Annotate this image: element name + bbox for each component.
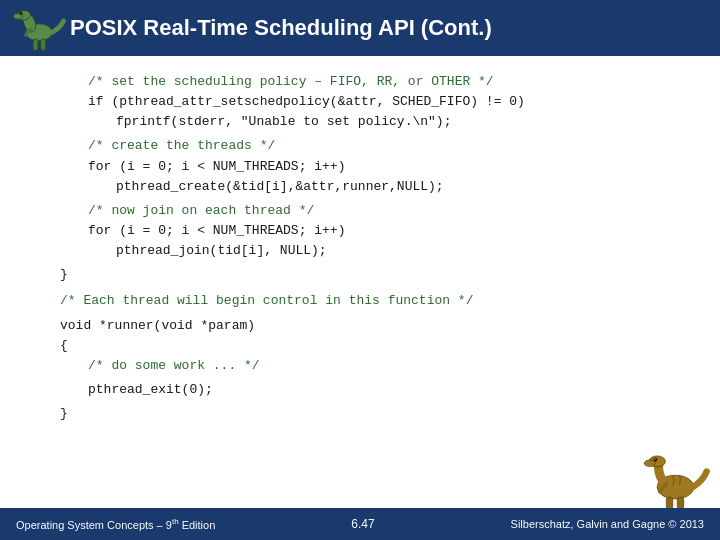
code-text-15: pthread_exit(0); xyxy=(88,382,213,397)
code-line-3: fprintf(stderr, "Unable to set policy.\n… xyxy=(60,112,680,132)
code-line-4: /* create the threads */ xyxy=(60,136,680,156)
code-line-1: /* set the scheduling policy – FIFO, RR,… xyxy=(60,72,680,92)
code-line-7: /* now join on each thread */ xyxy=(60,201,680,221)
code-text-16: } xyxy=(60,406,68,421)
svg-point-4 xyxy=(20,12,23,15)
code-line-2: if (pthread_attr_setschedpolicy(&attr, S… xyxy=(60,92,680,112)
code-text-9: pthread_join(tid[i], NULL); xyxy=(116,243,327,258)
slide-content: /* set the scheduling policy – FIFO, RR,… xyxy=(0,56,720,434)
code-text-8: for (i = 0; i < NUM_THREADS; i++) xyxy=(88,223,345,238)
comment-2: /* create the threads */ xyxy=(88,138,275,153)
code-block: /* set the scheduling policy – FIFO, RR,… xyxy=(60,72,680,424)
code-line-12: void *runner(void *param) xyxy=(60,316,680,336)
code-line-16: } xyxy=(60,404,680,424)
code-text-12: void *runner(void *param) xyxy=(60,318,255,333)
comment-4: /* Each thread will begin control in thi… xyxy=(60,293,473,308)
svg-rect-5 xyxy=(33,39,38,50)
code-text-5: for (i = 0; i < NUM_THREADS; i++) xyxy=(88,159,345,174)
comment-5: /* do some work ... */ xyxy=(88,358,260,373)
code-text-3: fprintf(stderr, "Unable to set policy.\n… xyxy=(116,114,451,129)
footer-left: Operating System Concepts – 9th Edition xyxy=(16,517,215,531)
code-line-14: /* do some work ... */ xyxy=(60,356,680,376)
code-text-6: pthread_create(&tid[i],&attr,runner,NULL… xyxy=(116,179,444,194)
slide-header: POSIX Real-Time Scheduling API (Cont.) xyxy=(0,0,720,56)
code-text-13: { xyxy=(60,338,68,353)
dinosaur-right-icon xyxy=(640,455,710,510)
code-line-9: pthread_join(tid[i], NULL); xyxy=(60,241,680,261)
svg-point-11 xyxy=(654,458,655,459)
footer-page-number: 6.47 xyxy=(351,517,374,531)
code-line-13: { xyxy=(60,336,680,356)
code-text-10: } xyxy=(60,267,68,282)
code-line-8: for (i = 0; i < NUM_THREADS; i++) xyxy=(60,221,680,241)
code-line-10: } xyxy=(60,265,680,285)
slide-title: POSIX Real-Time Scheduling API (Cont.) xyxy=(70,15,492,41)
slide: POSIX Real-Time Scheduling API (Cont.) /… xyxy=(0,0,720,540)
svg-rect-6 xyxy=(41,39,46,50)
code-line-11: /* Each thread will begin control in thi… xyxy=(60,291,680,311)
code-line-5: for (i = 0; i < NUM_THREADS; i++) xyxy=(60,157,680,177)
code-text-2: if (pthread_attr_setschedpolicy(&attr, S… xyxy=(88,94,525,109)
slide-footer: Operating System Concepts – 9th Edition … xyxy=(0,508,720,540)
comment-1: /* set the scheduling policy – FIFO, RR,… xyxy=(88,74,494,89)
dinosaur-left-icon xyxy=(8,4,66,56)
comment-3: /* now join on each thread */ xyxy=(88,203,314,218)
code-line-15: pthread_exit(0); xyxy=(60,380,680,400)
code-line-6: pthread_create(&tid[i],&attr,runner,NULL… xyxy=(60,177,680,197)
footer-right: Silberschatz, Galvin and Gagne © 2013 xyxy=(511,518,704,530)
